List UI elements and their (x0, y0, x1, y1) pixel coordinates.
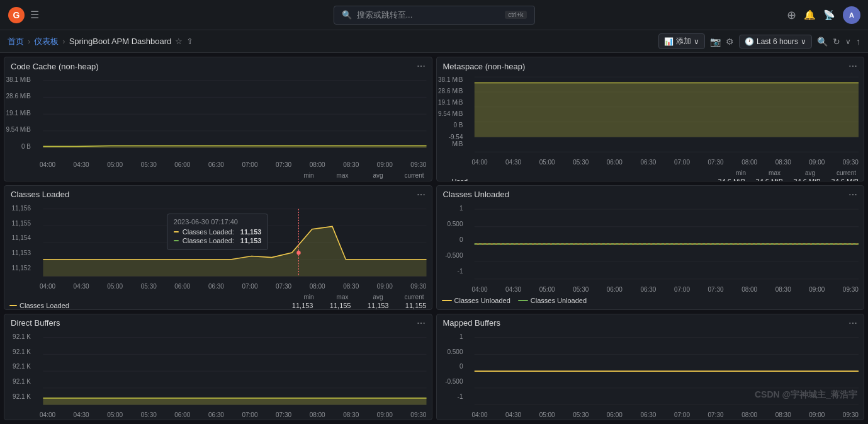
metaspace-chart (442, 74, 859, 159)
arrow-up-icon[interactable]: ↑ (856, 37, 860, 47)
cu-legend-row-1: Classes Unloaded (442, 297, 510, 304)
panel-menu-icon[interactable]: ⋯ (417, 61, 426, 71)
metaspace-menu-icon[interactable]: ⋯ (848, 61, 857, 71)
metaspace-legend-row-1: Used 34.6 MiB 34.6 MiB 34.6 MiB 34.6 MiB (442, 178, 859, 181)
search-shortcut: ctrl+k (505, 11, 526, 19)
nav-actions: 📊 添加 ∨ 📷 ⚙ 🕐 Last 6 hours ∨ 🔍 ↻ ∨ ↑ (658, 33, 860, 49)
svg-text:G: G (13, 10, 20, 20)
code-cache-panel: Code Cache (non-heap) ⋯ 38.1 MiB 28.6 Mi… (4, 57, 432, 181)
classes-unloaded-chart (442, 202, 859, 286)
mapped-buffers-chart (442, 331, 859, 411)
metaspace-title: Metaspace (non-heap) (443, 62, 526, 71)
direct-buffers-panel: Direct Buffers ⋯ 92.1 K 92.1 K 92.1 K 92… (4, 314, 432, 420)
classes-loaded-legend-row-1: Classes Loaded 11,153 11,155 11,153 11,1… (9, 302, 427, 309)
classes-loaded-panel: Classes Loaded ⋯ 11,156 11,155 11,154 11… (4, 185, 432, 310)
classes-unloaded-title: Classes Unloaded (443, 190, 510, 199)
add-button[interactable]: 📊 添加 ∨ (658, 33, 705, 49)
dashboards-link[interactable]: 仪表板 (34, 36, 59, 47)
metaspace-x-labels: 04:0004:3005:0005:30 06:0006:3007:0007:3… (437, 159, 864, 167)
breadcrumb: 首页 › 仪表板 › SpringBoot APM Dashboard ☆ ⇧ (8, 36, 193, 47)
mapped-buffers-x-labels: 04:0004:3005:0005:30 06:0006:3007:0007:3… (437, 411, 864, 420)
avatar[interactable]: A (843, 6, 860, 24)
direct-buffers-title: Direct Buffers (11, 318, 60, 328)
rss-icon[interactable]: 📡 (823, 9, 835, 21)
mapped-buffers-menu-icon[interactable]: ⋯ (848, 318, 857, 328)
breadcrumb-sep2: › (62, 37, 65, 46)
classes-loaded-legend: min max avg current Classes Loaded 11,15… (4, 291, 432, 310)
code-cache-legend: min max avg current Used 1.66 MiB 1.92 M… (4, 169, 432, 181)
topbar-right: ⊕ 🔔 📡 A (787, 6, 860, 24)
code-cache-legend-row-1: Used 1.66 MiB 1.92 MiB 1.80 MiB 1.87 MiB (9, 180, 427, 181)
svg-marker-14 (474, 83, 859, 137)
grafana-logo[interactable]: G (8, 6, 25, 24)
home-link[interactable]: 首页 (8, 36, 24, 47)
add-icon: 📊 (664, 37, 674, 46)
search-icon: 🔍 (342, 10, 352, 20)
metaspace-series-color-1 (442, 181, 449, 181)
direct-buffers-menu-icon[interactable]: ⋯ (417, 318, 426, 328)
camera-icon[interactable]: 📷 (710, 37, 721, 47)
search-placeholder: 搜索或跳转至... (357, 9, 413, 21)
metaspace-header: Metaspace (non-heap) ⋯ (437, 57, 864, 74)
breadcrumb-sep1: › (28, 37, 30, 46)
gear-icon[interactable]: ⚙ (726, 37, 734, 47)
svg-point-22 (296, 251, 300, 255)
classes-unloaded-x-labels: 04:0004:3005:0005:30 06:0006:3007:0007:3… (437, 286, 864, 294)
metaspace-panel: Metaspace (non-heap) ⋯ 38.1 MiB 28.6 MiB… (436, 57, 865, 181)
code-cache-title: Code Cache (non-heap) (11, 62, 98, 71)
svg-marker-20 (43, 226, 426, 276)
classes-unloaded-legend: Classes Unloaded Classes Unloaded (437, 294, 864, 309)
code-cache-header: Code Cache (non-heap) ⋯ (4, 57, 432, 74)
clock-icon: 🕐 (745, 37, 754, 46)
metaspace-legend: min max avg current Used 34.6 MiB 34.6 M… (437, 167, 864, 181)
topbar: G ☰ 🔍 搜索或跳转至... ctrl+k ⊕ 🔔 📡 A (0, 0, 868, 30)
time-range-button[interactable]: 🕐 Last 6 hours ∨ (739, 35, 812, 49)
code-cache-x-labels: 04:0004:3005:0005:30 06:0006:3007:0007:3… (4, 161, 432, 169)
classes-unloaded-panel: Classes Unloaded ⋯ 1 0.500 0 -0.500 -1 (436, 185, 865, 310)
direct-buffers-chart (9, 331, 427, 411)
cu-series-color-2 (518, 300, 528, 301)
bell-icon[interactable]: 🔔 (804, 9, 816, 21)
zoom-out-icon[interactable]: 🔍 (817, 37, 828, 47)
classes-unloaded-menu-icon[interactable]: ⋯ (848, 190, 857, 200)
star-icon[interactable]: ☆ (175, 37, 183, 46)
direct-buffers-x-labels: 04:0004:3005:0005:30 06:0006:3007:0007:3… (4, 411, 432, 420)
chevron-down-icon: ∨ (694, 37, 699, 46)
plus-icon[interactable]: ⊕ (787, 8, 796, 22)
share-icon[interactable]: ⇧ (186, 37, 193, 46)
mapped-buffers-header: Mapped Buffers ⋯ (437, 314, 864, 331)
cl-series-color-1 (9, 305, 17, 306)
classes-loaded-chart (9, 202, 427, 283)
cu-legend-row-2: Classes Unloaded (518, 297, 587, 304)
refresh-chevron-icon[interactable]: ∨ (845, 37, 851, 46)
svg-marker-33 (43, 398, 426, 405)
classes-loaded-header: Classes Loaded ⋯ (4, 186, 432, 202)
code-cache-chart (9, 74, 427, 161)
direct-buffers-header: Direct Buffers ⋯ (4, 314, 432, 331)
search-bar[interactable]: 🔍 搜索或跳转至... ctrl+k (334, 6, 535, 25)
classes-unloaded-header: Classes Unloaded ⋯ (437, 186, 864, 202)
navbar: 首页 › 仪表板 › SpringBoot APM Dashboard ☆ ⇧ … (0, 30, 868, 53)
refresh-icon[interactable]: ↻ (833, 37, 840, 47)
classes-loaded-menu-icon[interactable]: ⋯ (417, 190, 426, 200)
topbar-left: G ☰ (8, 6, 39, 24)
time-chevron-icon: ∨ (801, 37, 806, 46)
dashboard-title: SpringBoot APM Dashboard (69, 37, 172, 46)
hamburger-icon[interactable]: ☰ (30, 9, 39, 21)
dashboard-grid: Code Cache (non-heap) ⋯ 38.1 MiB 28.6 Mi… (0, 53, 868, 424)
classes-loaded-title: Classes Loaded (11, 190, 69, 199)
cu-series-color-1 (442, 300, 452, 301)
classes-loaded-x-labels: 04:0004:3005:0005:30 06:0006:3007:0007:3… (4, 283, 432, 291)
mapped-buffers-title: Mapped Buffers (443, 318, 501, 328)
mapped-buffers-panel: Mapped Buffers ⋯ 1 0.500 0 -0.500 -1 (436, 314, 865, 420)
